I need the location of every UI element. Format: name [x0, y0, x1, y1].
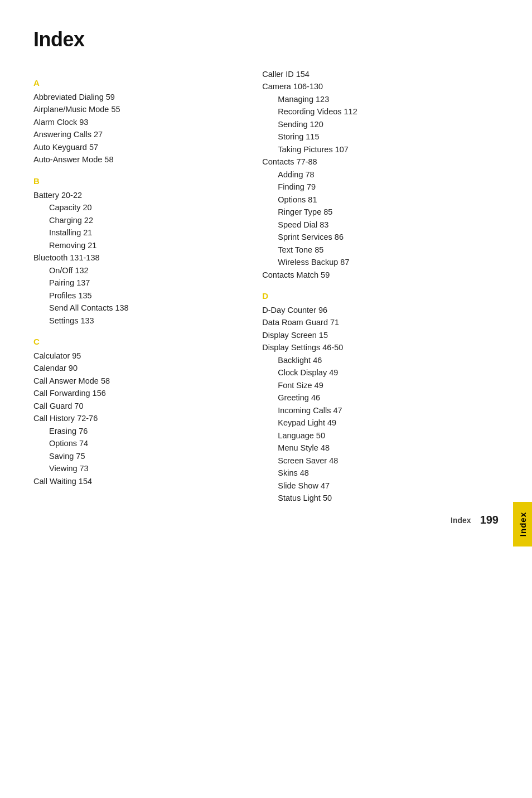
entry-ringer-type: Ringer Type 85	[262, 206, 499, 218]
entry-saving: Saving 75	[33, 450, 240, 462]
entry-call-forwarding: Call Forwarding 156	[33, 387, 240, 399]
entry-font-size: Font Size 49	[262, 379, 499, 391]
entry-caller-id: Caller ID 154	[262, 68, 499, 80]
entry-adding: Adding 78	[262, 168, 499, 181]
entry-abbreviated-dialing: Abbreviated Dialing 59	[33, 91, 240, 103]
entry-airplane-music: Airplane/Music Mode 55	[33, 103, 240, 115]
entry-backlight: Backlight 46	[262, 354, 499, 366]
entry-wireless-backup: Wireless Backup 87	[262, 256, 499, 268]
entry-sending: Sending 120	[262, 118, 499, 130]
entry-call-answer-mode: Call Answer Mode 58	[33, 375, 240, 387]
entry-display-settings: Display Settings 46-50	[262, 341, 499, 354]
index-side-tab: Index	[513, 502, 532, 546]
entry-sprint-services: Sprint Services 86	[262, 231, 499, 243]
entry-alarm-clock: Alarm Clock 93	[33, 116, 240, 128]
entry-camera: Camera 106-130	[262, 80, 499, 93]
section-c-letter: C	[33, 337, 240, 346]
entry-answering-calls: Answering Calls 27	[33, 128, 240, 141]
entry-call-guard: Call Guard 70	[33, 400, 240, 412]
entry-text-tone: Text Tone 85	[262, 244, 499, 256]
entry-status-light: Status Light 50	[262, 492, 499, 504]
entry-speed-dial: Speed Dial 83	[262, 219, 499, 231]
entry-send-all-contacts: Send All Contacts 138	[33, 302, 240, 314]
entry-keypad-light: Keypad Light 49	[262, 417, 499, 429]
side-tab-label: Index	[518, 512, 528, 536]
entry-display-screen: Display Screen 15	[262, 329, 499, 341]
entry-charging: Charging 22	[33, 214, 240, 226]
entry-greeting: Greeting 46	[262, 391, 499, 404]
entry-onoff: On/Off 132	[33, 264, 240, 277]
entry-slide-show: Slide Show 47	[262, 480, 499, 492]
entry-storing: Storing 115	[262, 130, 499, 143]
section-a-letter: A	[33, 78, 240, 88]
entry-installing: Installing 21	[33, 226, 240, 239]
entry-call-history: Call History 72-76	[33, 412, 240, 424]
footer-page-number: 199	[480, 514, 499, 526]
entry-clock-display: Clock Display 49	[262, 366, 499, 379]
page-title: Index	[33, 28, 499, 51]
entry-data-roam-guard: Data Roam Guard 71	[262, 316, 499, 328]
entry-language: Language 50	[262, 429, 499, 442]
section-b-letter: B	[33, 176, 240, 186]
footer-label: Index	[451, 516, 471, 525]
entry-viewing: Viewing 73	[33, 462, 240, 475]
entry-finding: Finding 79	[262, 181, 499, 193]
entry-skins: Skins 48	[262, 467, 499, 479]
entry-settings: Settings 133	[33, 315, 240, 327]
entry-removing: Removing 21	[33, 239, 240, 252]
entry-pairing: Pairing 137	[33, 277, 240, 289]
entry-taking-pictures: Taking Pictures 107	[262, 143, 499, 156]
entry-managing: Managing 123	[262, 93, 499, 105]
entry-recording-videos: Recording Videos 112	[262, 105, 499, 118]
entry-call-waiting: Call Waiting 154	[33, 475, 240, 487]
entry-options: Options 74	[33, 437, 240, 449]
entry-profiles: Profiles 135	[33, 289, 240, 302]
entry-contacts: Contacts 77-88	[262, 156, 499, 168]
entry-auto-answer: Auto-Answer Mode 58	[33, 153, 240, 166]
entry-bluetooth: Bluetooth 131-138	[33, 252, 240, 264]
entry-menu-style: Menu Style 48	[262, 442, 499, 454]
section-d-letter: D	[262, 291, 499, 301]
entry-erasing: Erasing 76	[33, 425, 240, 437]
entry-d-day-counter: D-Day Counter 96	[262, 304, 499, 316]
entry-incoming-calls: Incoming Calls 47	[262, 404, 499, 417]
entry-calculator: Calculator 95	[33, 350, 240, 362]
right-column: Caller ID 154 Camera 106-130 Managing 12…	[257, 68, 499, 504]
index-columns: A Abbreviated Dialing 59 Airplane/Music …	[33, 68, 499, 504]
entry-auto-keyguard: Auto Keyguard 57	[33, 141, 240, 153]
left-column: A Abbreviated Dialing 59 Airplane/Music …	[33, 68, 257, 504]
entry-capacity: Capacity 20	[33, 201, 240, 214]
entry-battery: Battery 20-22	[33, 189, 240, 201]
entry-contacts-match: Contacts Match 59	[262, 269, 499, 281]
page-footer: Index 199	[451, 514, 499, 526]
entry-screen-saver: Screen Saver 48	[262, 454, 499, 467]
entry-contacts-options: Options 81	[262, 194, 499, 206]
entry-calendar: Calendar 90	[33, 362, 240, 374]
page: Index A Abbreviated Dialing 59 Airplane/…	[0, 0, 532, 549]
